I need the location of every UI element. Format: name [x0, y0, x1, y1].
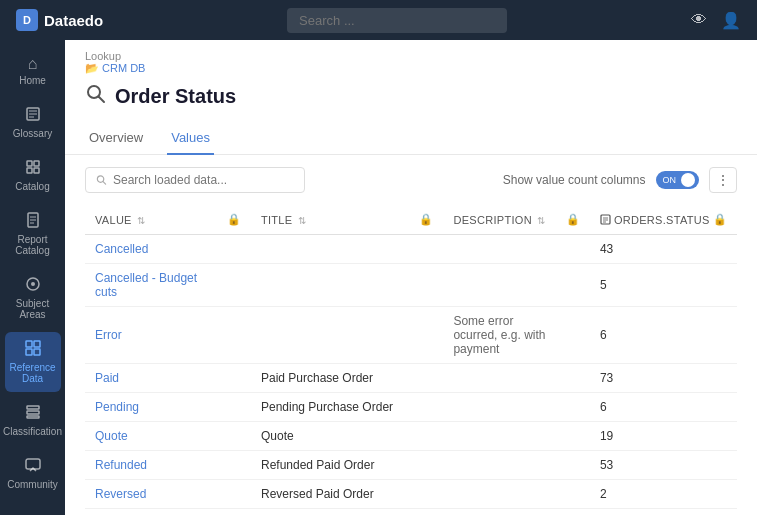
cell-lock3 [556, 364, 590, 393]
topbar: D Dataedo 👁 👤 [0, 0, 757, 40]
user-icon[interactable]: 👤 [721, 11, 741, 30]
table-row: Quote Quote 19 [85, 422, 737, 451]
sidebar-item-catalog[interactable]: Catalog [5, 151, 61, 200]
search-input[interactable] [113, 173, 294, 187]
cell-lock2 [409, 393, 443, 422]
main-layout: ⌂ Home Glossary Catalog Report Catalog [0, 40, 757, 515]
sidebar-item-classification[interactable]: Classification [5, 396, 61, 445]
table-row: Refunded Refunded Paid Order 53 [85, 451, 737, 480]
table-row: Error Some error ocurred, e.g. with paym… [85, 307, 737, 364]
breadcrumb: Lookup 📂 CRM DB [65, 40, 757, 79]
sort-icon-value: ⇅ [137, 215, 145, 226]
cell-title: Pending Purchase Order [251, 393, 409, 422]
sidebar: ⌂ Home Glossary Catalog Report Catalog [0, 40, 65, 515]
col-header-title[interactable]: TITLE ⇅ [251, 205, 409, 235]
sidebar-item-label: Community [7, 479, 58, 490]
cell-description [443, 264, 555, 307]
cell-lock3 [556, 307, 590, 364]
toolbar-right: Show value count columns ON ⋮ [503, 167, 737, 193]
svg-rect-6 [27, 168, 32, 173]
cell-title: Quote [251, 422, 409, 451]
table-icon [600, 214, 611, 225]
tab-values[interactable]: Values [167, 122, 214, 155]
tab-overview[interactable]: Overview [85, 122, 147, 155]
cell-description [443, 393, 555, 422]
cell-value: Cancelled - Budget cuts [85, 264, 217, 307]
app-logo: D Dataedo [16, 9, 103, 31]
page-header: Order Status [65, 79, 757, 122]
classification-icon [25, 404, 41, 423]
cell-title: Reversed Paid Order [251, 480, 409, 509]
cell-title [251, 235, 409, 264]
cell-orders-status: 53 [590, 451, 737, 480]
sidebar-item-subject-areas[interactable]: Subject Areas [5, 268, 61, 328]
table-body: Cancelled 43 Cancelled - Budget cuts 5 E… [85, 235, 737, 509]
svg-point-13 [31, 282, 35, 286]
svg-line-23 [99, 97, 105, 103]
cell-value: Refunded [85, 451, 217, 480]
col-header-lock2: 🔒 [409, 205, 443, 235]
table-row: Reversed Reversed Paid Order 2 [85, 480, 737, 509]
cell-description [443, 451, 555, 480]
sidebar-item-label: Classification [3, 426, 62, 437]
cell-title: Paid Purchase Order [251, 364, 409, 393]
lock-icon-3: 🔒 [566, 213, 580, 225]
table-row: Pending Pending Purchase Order 6 [85, 393, 737, 422]
cell-lock1 [217, 393, 251, 422]
sidebar-item-label: Report Catalog [11, 234, 55, 256]
cell-lock1 [217, 480, 251, 509]
data-table-wrap: VALUE ⇅ 🔒 TITLE ⇅ 🔒 [65, 205, 757, 509]
cell-lock2 [409, 480, 443, 509]
svg-rect-16 [26, 349, 32, 355]
svg-rect-15 [34, 341, 40, 347]
search-box[interactable] [85, 167, 305, 193]
cell-value: Cancelled [85, 235, 217, 264]
sidebar-item-community[interactable]: Community [5, 449, 61, 498]
table-row: Paid Paid Purchase Order 73 [85, 364, 737, 393]
lock-icon-4: 🔒 [713, 213, 727, 226]
cell-orders-status: 6 [590, 393, 737, 422]
table-row: Cancelled 43 [85, 235, 737, 264]
svg-rect-14 [26, 341, 32, 347]
eye-icon[interactable]: 👁 [691, 11, 707, 30]
cell-lock3 [556, 235, 590, 264]
catalog-icon [25, 159, 41, 178]
svg-rect-20 [27, 416, 39, 418]
cell-lock2 [409, 264, 443, 307]
cell-lock1 [217, 307, 251, 364]
logo-icon: D [16, 9, 38, 31]
glossary-icon [25, 106, 41, 125]
breadcrumb-link[interactable]: CRM DB [102, 62, 145, 74]
page-title: Order Status [115, 85, 236, 108]
toolbar: Show value count columns ON ⋮ [65, 155, 757, 205]
sidebar-item-report-catalog[interactable]: Report Catalog [5, 204, 61, 264]
svg-rect-18 [27, 406, 39, 409]
sidebar-item-glossary[interactable]: Glossary [5, 98, 61, 147]
svg-rect-19 [27, 411, 39, 414]
cell-description [443, 422, 555, 451]
cell-lock3 [556, 451, 590, 480]
cell-value: Paid [85, 364, 217, 393]
report-catalog-icon [25, 212, 41, 231]
cell-value: Quote [85, 422, 217, 451]
more-options-button[interactable]: ⋮ [709, 167, 737, 193]
cell-lock2 [409, 364, 443, 393]
svg-rect-17 [34, 349, 40, 355]
sidebar-item-home[interactable]: ⌂ Home [5, 48, 61, 94]
cell-lock1 [217, 235, 251, 264]
svg-line-25 [103, 181, 106, 184]
col-header-orders[interactable]: ORDERS.STATUS 🔒 [590, 205, 737, 235]
col-header-value[interactable]: VALUE ⇅ [85, 205, 217, 235]
search-icon [96, 174, 107, 186]
reference-data-icon [25, 340, 41, 359]
cell-lock2 [409, 422, 443, 451]
sidebar-item-reference-data[interactable]: Reference Data [5, 332, 61, 392]
global-search-input[interactable] [287, 8, 507, 33]
table-row: Cancelled - Budget cuts 5 [85, 264, 737, 307]
cell-orders-status: 5 [590, 264, 737, 307]
sidebar-item-label: Glossary [13, 128, 52, 139]
col-header-description[interactable]: DESCRIPTION ⇅ [443, 205, 555, 235]
cell-orders-status: 73 [590, 364, 737, 393]
toggle-show-count[interactable]: ON [656, 171, 700, 189]
cell-lock1 [217, 364, 251, 393]
